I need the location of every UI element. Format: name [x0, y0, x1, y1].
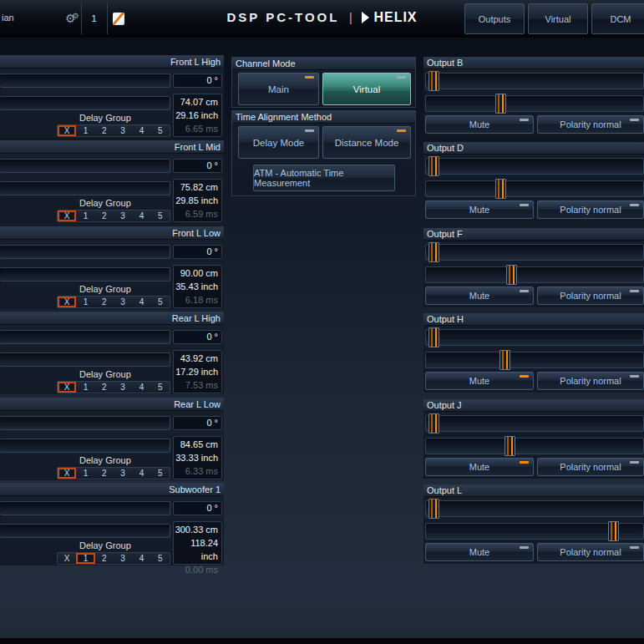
nav-dcm-button[interactable]: DCM [591, 3, 644, 34]
output-level-slider[interactable] [425, 266, 644, 283]
output-level-slider[interactable] [425, 438, 644, 454]
delay-group-4[interactable]: 4 [132, 125, 150, 136]
delay-group-3[interactable]: 3 [114, 125, 132, 136]
delay-group-x[interactable]: X [58, 210, 76, 221]
mute-button[interactable]: Mute [425, 200, 534, 219]
slider-handle[interactable] [499, 350, 510, 370]
slider-handle[interactable] [428, 499, 439, 519]
slider-handle[interactable] [428, 327, 439, 347]
delay-group-4[interactable]: 4 [132, 468, 150, 479]
delay-group-2[interactable]: 2 [95, 382, 114, 393]
delay-group-4[interactable]: 4 [132, 553, 150, 564]
output-gain-slider[interactable] [425, 158, 644, 175]
delay-group-2[interactable]: 2 [95, 553, 114, 564]
delay-group-3[interactable]: 3 [114, 210, 132, 221]
delay-group-5[interactable]: 5 [151, 210, 170, 221]
main-mode-button[interactable]: Main [238, 73, 319, 105]
polarity-button[interactable]: Polarity normal [537, 115, 644, 134]
phase-slider[interactable] [0, 74, 170, 88]
delay-group-x[interactable]: X [58, 468, 76, 479]
delay-group-2[interactable]: 2 [95, 210, 114, 221]
distance-value-box[interactable]: 84.65 cm 33.33 inch 6.33 ms [173, 436, 222, 479]
phase-slider[interactable] [0, 330, 170, 344]
slider-handle[interactable] [506, 265, 517, 285]
output-level-slider[interactable] [425, 180, 644, 197]
phase-slider[interactable] [0, 501, 170, 515]
slider-handle[interactable] [428, 242, 439, 262]
mute-button[interactable]: Mute [425, 287, 534, 305]
phase-value-field[interactable]: 0 ° [173, 245, 222, 259]
slider-handle[interactable] [495, 94, 506, 114]
delay-group-x[interactable]: X [58, 125, 76, 136]
output-level-slider[interactable] [425, 523, 644, 540]
output-gain-slider[interactable] [425, 500, 644, 517]
delay-group-1[interactable]: 1 [76, 297, 94, 307]
delay-group-5[interactable]: 5 [151, 125, 170, 136]
delay-group-1[interactable]: 1 [76, 468, 94, 479]
polarity-button[interactable]: Polarity normal [537, 200, 644, 219]
delay-group-3[interactable]: 3 [114, 297, 132, 307]
delay-group-x[interactable]: X [58, 382, 76, 393]
phase-value-field[interactable]: 0 ° [173, 330, 222, 344]
delay-group-1[interactable]: 1 [76, 210, 94, 221]
delay-group-5[interactable]: 5 [151, 553, 170, 564]
distance-slider[interactable] [0, 181, 170, 195]
mute-button[interactable]: Mute [425, 372, 534, 390]
output-level-slider[interactable] [425, 95, 644, 112]
output-gain-slider[interactable] [425, 244, 644, 261]
mute-button[interactable]: Mute [425, 115, 534, 134]
atm-button[interactable]: ATM - Automatic Time Measurement [253, 165, 395, 191]
phase-value-field[interactable]: 0 ° [173, 159, 222, 173]
delay-group-1[interactable]: 1 [76, 553, 94, 564]
distance-slider[interactable] [0, 524, 170, 538]
delay-group-3[interactable]: 3 [114, 382, 132, 393]
distance-value-box[interactable]: 75.82 cm 29.85 inch 6.59 ms [173, 179, 222, 222]
delay-group-x[interactable]: X [58, 553, 76, 564]
phase-slider[interactable] [0, 416, 170, 430]
slider-handle[interactable] [428, 413, 439, 434]
output-level-slider[interactable] [425, 352, 644, 368]
slider-handle[interactable] [608, 521, 619, 541]
distance-value-box[interactable]: 90.00 cm 35.43 inch 6.18 ms [173, 265, 222, 308]
mute-button[interactable]: Mute [425, 458, 534, 476]
distance-slider[interactable] [0, 267, 170, 281]
delay-group-2[interactable]: 2 [95, 297, 114, 307]
delay-group-2[interactable]: 2 [95, 468, 114, 479]
distance-slider[interactable] [0, 352, 170, 367]
nav-outputs-button[interactable]: Outputs [464, 3, 525, 34]
polarity-button[interactable]: Polarity normal [537, 543, 644, 561]
output-gain-slider[interactable] [425, 73, 644, 89]
phase-value-field[interactable]: 0 ° [173, 501, 222, 515]
distance-slider[interactable] [0, 439, 170, 453]
mute-button[interactable]: Mute [425, 543, 534, 561]
distance-value-box[interactable]: 74.07 cm 29.16 inch 6.65 ms [173, 94, 222, 137]
delay-group-2[interactable]: 2 [95, 125, 114, 136]
polarity-button[interactable]: Polarity normal [537, 287, 644, 305]
delay-group-4[interactable]: 4 [132, 210, 150, 221]
output-gain-slider[interactable] [425, 415, 644, 432]
output-gain-slider[interactable] [425, 329, 644, 346]
delay-group-4[interactable]: 4 [132, 297, 150, 307]
phase-slider[interactable] [0, 159, 170, 173]
delay-group-x[interactable]: X [58, 297, 76, 307]
distance-value-box[interactable]: 300.33 cm 118.24 inch 0.00 ms [173, 521, 222, 565]
slider-handle[interactable] [495, 179, 506, 199]
nav-virtual-button[interactable]: Virtual [528, 3, 588, 34]
delay-mode-button[interactable]: Delay Mode [238, 126, 319, 159]
distance-slider[interactable] [0, 96, 170, 110]
delay-group-3[interactable]: 3 [114, 468, 132, 479]
delay-group-5[interactable]: 5 [151, 382, 170, 393]
delay-group-4[interactable]: 4 [132, 382, 150, 393]
phase-value-field[interactable]: 0 ° [173, 74, 222, 88]
delay-group-5[interactable]: 5 [151, 297, 170, 307]
polarity-button[interactable]: Polarity normal [537, 372, 644, 390]
delay-group-5[interactable]: 5 [151, 468, 170, 479]
delay-group-3[interactable]: 3 [114, 553, 132, 564]
polarity-button[interactable]: Polarity normal [537, 458, 644, 476]
phase-value-field[interactable]: 0 ° [173, 416, 222, 430]
phase-slider[interactable] [0, 245, 170, 259]
slider-handle[interactable] [428, 71, 439, 91]
delay-group-1[interactable]: 1 [76, 382, 94, 393]
virtual-mode-button[interactable]: Virtual [322, 73, 411, 105]
slider-handle[interactable] [428, 156, 439, 176]
